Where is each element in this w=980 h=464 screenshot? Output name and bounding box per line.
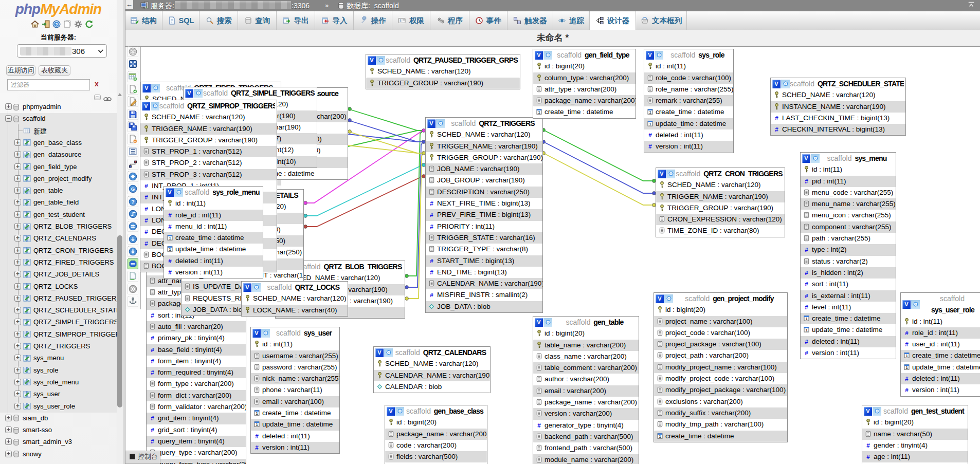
svg-text:1: 1 [538, 110, 540, 115]
svg-text:#: # [168, 257, 172, 264]
svg-text:#: # [866, 442, 870, 449]
svg-text:#: # [648, 143, 652, 150]
svg-text:#: # [430, 269, 433, 275]
svg-text:#: # [805, 281, 808, 287]
svg-text:#: # [805, 304, 808, 310]
svg-text:1: 1 [649, 110, 651, 115]
svg-text:#: # [537, 421, 541, 428]
svg-text:#: # [151, 358, 154, 364]
svg-text:1: 1 [805, 328, 807, 333]
svg-text:#: # [144, 182, 148, 189]
svg-text:1: 1 [805, 317, 807, 322]
svg-text:#: # [168, 223, 172, 230]
svg-text:G: G [131, 187, 135, 192]
svg-text:#: # [430, 291, 433, 298]
svg-text:#: # [151, 335, 154, 341]
svg-text:1: 1 [905, 354, 908, 359]
svg-text:#: # [151, 311, 154, 318]
svg-text:#: # [430, 211, 433, 218]
svg-text:#: # [144, 228, 148, 235]
svg-text:#: # [144, 194, 148, 200]
svg-text:#: # [805, 246, 808, 253]
svg-text:#: # [805, 292, 808, 299]
svg-text:#: # [905, 341, 909, 347]
svg-text:#: # [905, 386, 909, 393]
svg-text:#: # [151, 346, 154, 352]
svg-text:#: # [168, 269, 172, 275]
svg-text:#: # [905, 329, 909, 336]
svg-text:#: # [648, 132, 652, 138]
svg-text:1: 1 [905, 365, 908, 370]
svg-text:#: # [430, 257, 433, 264]
svg-text:#: # [805, 349, 808, 356]
svg-text:#: # [866, 453, 870, 460]
svg-text:1: 1 [169, 236, 171, 241]
svg-text:#: # [151, 415, 154, 421]
svg-text:1: 1 [256, 423, 258, 428]
svg-text:#: # [151, 438, 154, 444]
svg-text:#: # [775, 126, 778, 133]
svg-text:#: # [905, 375, 909, 382]
svg-text:#: # [805, 269, 808, 276]
svg-text:#: # [805, 338, 808, 344]
svg-text:#: # [805, 177, 808, 184]
svg-text:?: ? [131, 198, 134, 205]
svg-text:#: # [151, 426, 154, 433]
svg-text:#: # [775, 115, 778, 121]
svg-text:#: # [168, 211, 172, 218]
svg-text:1: 1 [169, 248, 171, 252]
svg-text:#: # [144, 239, 148, 246]
svg-text:#: # [255, 444, 259, 451]
svg-text:1: 1 [256, 412, 258, 416]
svg-text:1: 1 [649, 122, 651, 126]
svg-text:#: # [144, 205, 148, 212]
svg-text:1: 1 [659, 434, 661, 439]
svg-text:#: # [430, 222, 433, 229]
svg-text:#: # [255, 432, 259, 439]
svg-text:#: # [430, 200, 433, 207]
svg-text:#: # [144, 217, 148, 224]
svg-text:#: # [151, 369, 154, 376]
